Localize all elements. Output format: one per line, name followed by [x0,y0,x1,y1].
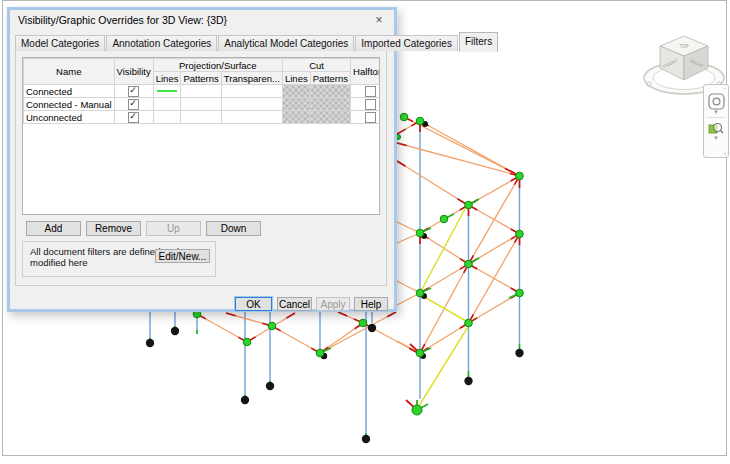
filter-row[interactable]: Unconnected [24,111,381,124]
halftone-checkbox[interactable] [365,112,376,123]
unconnected-node [241,396,249,404]
close-icon[interactable]: × [364,13,394,27]
edit-new-button[interactable]: Edit/New... [155,249,210,263]
visibility-cell[interactable] [114,111,153,124]
filter-name-cell[interactable]: Connected [24,85,115,98]
unconnected-node [146,339,154,347]
transparency-cell[interactable] [221,85,282,98]
filters-table: Name Visibility Projection/Surface Cut H… [23,58,380,124]
column-header-cut-patterns[interactable]: Patterns [310,72,350,85]
tab-annotation-categories[interactable]: Annotation Categories [106,35,217,51]
ok-button[interactable]: OK [235,297,272,311]
column-header-halftone[interactable]: Halftone [351,59,380,85]
override-line-swatch [157,90,177,92]
projection-patterns-cell[interactable] [181,85,221,98]
projection-patterns-cell[interactable] [181,98,221,111]
cut-patterns-cell [310,98,350,111]
column-group-cut[interactable]: Cut [282,59,350,72]
chevron-down-icon[interactable]: ▼ [704,136,728,141]
dialog-title: Visibility/Graphic Overrides for 3D View… [10,14,364,26]
connected-node [416,289,424,297]
unconnected-node [362,435,370,443]
visibility-checkbox[interactable] [128,99,139,110]
zoom-icon [708,120,724,136]
cut-lines-cell [282,98,310,111]
projection-lines-cell[interactable] [153,98,181,111]
projection-lines-cell[interactable] [153,85,181,98]
filter-row[interactable]: Connected [24,85,381,98]
chevron-down-icon[interactable]: ▼ [704,110,728,115]
cut-patterns-cell [310,111,350,124]
halftone-cell[interactable] [351,85,380,98]
zoom-button[interactable] [704,120,728,136]
analytical-beam [469,234,520,323]
unconnected-node [171,327,179,335]
column-header-patterns[interactable]: Patterns [181,72,221,85]
halftone-checkbox[interactable] [365,99,376,110]
tab-bar: Model CategoriesAnnotation CategoriesAna… [15,33,499,51]
apply-button[interactable]: Apply [316,297,350,311]
beam-end-highlight [226,313,236,316]
down-button[interactable]: Down [206,221,261,236]
help-button[interactable]: Help [354,297,388,311]
column-header-name[interactable]: Name [24,59,115,85]
dialog-titlebar[interactable]: Visibility/Graphic Overrides for 3D View… [10,10,394,30]
navbar-divider [707,117,725,118]
halftone-checkbox[interactable] [365,86,376,97]
connected-node [465,319,473,327]
visibility-graphic-overrides-dialog: Visibility/Graphic Overrides for 3D View… [7,7,397,312]
column-header-transparency[interactable]: Transparen... [221,72,282,85]
unconnected-node [368,324,376,332]
column-group-projection-surface[interactable]: Projection/Surface [153,59,282,72]
cut-lines-cell [282,111,310,124]
visibility-checkbox[interactable] [128,86,139,97]
up-button[interactable]: Up [146,221,201,236]
application-canvas: TOP FRONT RIGHT ◦ ▼ ▼ ▫ Visi [0,0,730,464]
connected-node [465,260,473,268]
tab-filters[interactable]: Filters [459,32,498,52]
halftone-cell[interactable] [351,98,380,111]
column-header-cut-lines[interactable]: Lines [282,72,310,85]
filter-name-cell[interactable]: Connected - Manual [24,98,115,111]
add-button[interactable]: Add [26,221,81,236]
navbar-expand-icon[interactable]: ▫ [724,150,726,157]
tab-model-categories[interactable]: Model Categories [15,35,105,51]
connected-node [416,229,424,237]
analytical-beam [469,176,520,264]
transparency-cell[interactable] [221,98,282,111]
column-header-lines[interactable]: Lines [153,72,181,85]
cancel-button[interactable]: Cancel [277,297,312,311]
tab-analytical-model-categories[interactable]: Analytical Model Categories [218,35,354,51]
visibility-cell[interactable] [114,85,153,98]
steering-wheel-icon [708,93,725,110]
filter-row[interactable]: Connected - Manual [24,98,381,111]
beam-end-highlight [387,312,396,317]
steering-wheel-button[interactable] [704,93,728,110]
column-header-visibility[interactable]: Visibility [114,59,153,85]
projection-lines-cell[interactable] [153,111,181,124]
cut-patterns-cell [310,85,350,98]
filters-note-box: All document filters are defined andmodi… [22,241,216,277]
connected-node [465,201,473,209]
analytical-beam [320,312,396,353]
cut-lines-cell [282,85,310,98]
beam-end-highlight [338,312,347,316]
connected-node [416,117,424,125]
connected-node [516,289,524,297]
filters-rows: ConnectedConnected - ManualUnconnected [24,85,381,124]
tab-imported-categories[interactable]: Imported Categories [355,35,458,51]
halftone-cell[interactable] [351,111,380,124]
analytical-beam [397,161,466,204]
connected-node [400,113,408,121]
transparency-cell[interactable] [221,111,282,124]
remove-button[interactable]: Remove [86,221,141,236]
projection-patterns-cell[interactable] [181,111,221,124]
visibility-cell[interactable] [114,98,153,111]
visibility-checkbox[interactable] [128,112,139,123]
navbar-collapse-icon[interactable]: ◦ [724,85,726,92]
connected-node [416,349,424,357]
unconnected-node [266,382,274,390]
connected-node [243,338,251,346]
connected-node [268,322,276,330]
filter-name-cell[interactable]: Unconnected [24,111,115,124]
